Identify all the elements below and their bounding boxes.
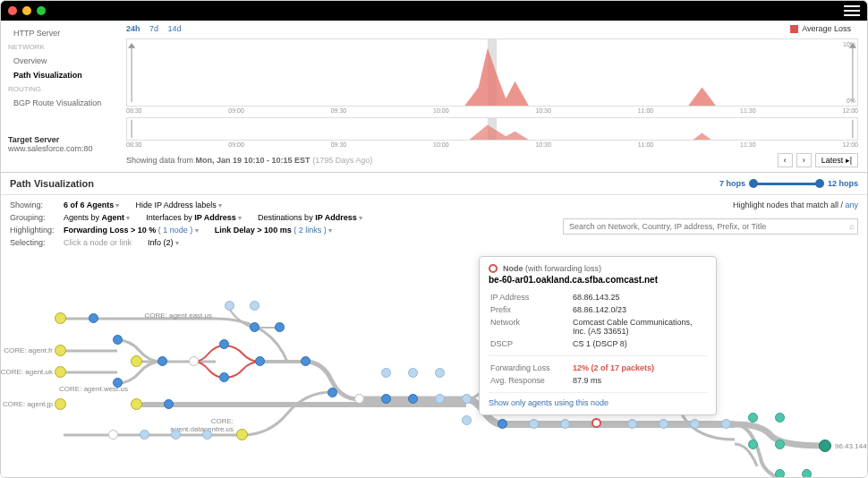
show-only-link[interactable]: Show only agents using this node — [489, 398, 707, 407]
hop-node[interactable] — [171, 430, 181, 440]
interfaces-by-dropdown[interactable]: Interfaces by IP Address — [146, 213, 242, 222]
search-input[interactable] — [563, 218, 858, 235]
close-icon[interactable] — [8, 6, 17, 15]
loss-chart[interactable]: 10% 0% — [126, 38, 858, 107]
hop-node[interactable] — [748, 440, 758, 449]
hop-node[interactable] — [775, 469, 785, 478]
tooltip-prefix: 68.86.142.0/23 — [573, 304, 705, 315]
latest-button[interactable]: Latest ▸| — [815, 153, 858, 167]
agent-node[interactable] — [131, 398, 142, 410]
hop-node[interactable] — [250, 322, 260, 332]
hop-node[interactable] — [219, 339, 229, 349]
hop-node[interactable] — [113, 378, 123, 388]
info-dropdown[interactable]: Info (2) — [148, 238, 179, 247]
hops-slider[interactable]: 7 hops 12 hops — [719, 179, 858, 188]
hop-node[interactable] — [659, 419, 668, 429]
dest-label: 96.43.144.26 — [835, 442, 868, 450]
hop-node[interactable] — [354, 394, 364, 404]
hop-node[interactable] — [225, 301, 234, 311]
showing-dropdown[interactable]: 6 of 6 Agents — [64, 201, 119, 209]
sidebar-item-path-viz[interactable]: Path Visualization — [8, 68, 110, 82]
hop-node[interactable] — [255, 356, 265, 366]
node-tooltip: Node (with forwarding loss) be-60-ar01.o… — [479, 256, 717, 415]
hop-node[interactable] — [721, 419, 731, 429]
tooltip-node-name: be-60-ar01.oakland.ca.sfba.comcast.net — [489, 275, 707, 285]
hop-node[interactable] — [202, 430, 212, 440]
hop-node[interactable] — [113, 335, 123, 345]
agent-label — [0, 314, 53, 322]
sidebar-item-overview[interactable]: Overview — [8, 54, 110, 68]
time-tabs: 24h 7d 14d — [126, 24, 858, 33]
hops-min: 7 hops — [719, 179, 745, 188]
hop-node[interactable] — [89, 313, 98, 323]
hop-node[interactable] — [435, 368, 445, 378]
hop-node[interactable] — [627, 419, 637, 429]
tab-14d[interactable]: 14d — [168, 24, 182, 33]
destinations-by-dropdown[interactable]: Destinations by IP Address — [258, 213, 362, 222]
maximize-icon[interactable] — [37, 6, 46, 15]
fwd-loss-filter[interactable]: Forwarding Loss > 10 % ( 1 node ) — [64, 226, 199, 235]
tab-7d[interactable]: 7d — [149, 24, 158, 33]
hop-node[interactable] — [498, 419, 507, 429]
hop-node[interactable] — [219, 372, 229, 382]
sidebar-item-bgp[interactable]: BGP Route Visualization — [8, 96, 110, 110]
hop-node[interactable] — [529, 419, 539, 429]
sidebar-section-network: NETWORK — [8, 40, 110, 54]
agent-node[interactable] — [55, 398, 66, 410]
agent-node[interactable] — [55, 312, 66, 324]
tab-24h[interactable]: 24h — [126, 24, 140, 33]
search-icon[interactable]: ⌕ — [849, 221, 855, 231]
hop-node[interactable] — [408, 368, 418, 378]
hop-node[interactable] — [108, 430, 118, 440]
hop-node[interactable] — [164, 399, 174, 409]
grouping-label: Grouping: — [10, 213, 64, 222]
agent-node[interactable] — [55, 366, 66, 378]
match-mode: Highlight nodes that match all / any — [733, 201, 858, 209]
window-controls — [8, 6, 46, 15]
hop-node[interactable] — [189, 356, 199, 366]
hop-node[interactable] — [690, 419, 700, 429]
hop-node[interactable] — [250, 301, 260, 311]
sidebar: HTTP Server NETWORK Overview Path Visual… — [1, 21, 117, 172]
hop-node[interactable] — [381, 394, 391, 404]
pv-title: Path Visualization — [10, 178, 94, 189]
minimize-icon[interactable] — [22, 6, 31, 15]
hop-node[interactable] — [328, 388, 337, 397]
hop-node[interactable] — [748, 413, 758, 423]
hop-node[interactable] — [140, 430, 149, 440]
agent-node[interactable] — [55, 345, 66, 356]
hamburger-icon[interactable] — [844, 5, 860, 16]
agent-node[interactable] — [131, 355, 142, 367]
hop-node[interactable] — [381, 368, 391, 378]
link-delay-filter[interactable]: Link Delay > 100 ms ( 2 links ) — [215, 226, 332, 235]
y-axis-top: 10% — [843, 41, 855, 47]
selecting-label: Selecting: — [10, 238, 64, 247]
showing-data-label: Showing data from Mon, Jan 19 10:10 - 10… — [126, 156, 372, 165]
hop-node[interactable] — [462, 415, 472, 425]
match-any-link[interactable]: any — [845, 201, 858, 209]
hop-node[interactable] — [802, 469, 812, 478]
y-axis-bot: 0% — [847, 98, 855, 104]
hide-labels-dropdown[interactable]: Hide IP Address labels — [135, 201, 222, 209]
path-graph[interactable]: CORE: agent.east.us CORE: agent.fr CORE:… — [1, 256, 867, 478]
hop-node[interactable] — [275, 322, 285, 332]
hop-node[interactable] — [560, 419, 570, 429]
sidebar-item-http[interactable]: HTTP Server — [8, 26, 110, 40]
next-button[interactable]: › — [796, 153, 812, 167]
tooltip-dscp: CS 1 (DSCP 8) — [573, 338, 705, 349]
hop-node[interactable] — [408, 394, 418, 404]
destination-node[interactable] — [819, 440, 831, 452]
hop-node[interactable] — [775, 440, 785, 449]
highlighting-label: Highlighting: — [10, 226, 64, 235]
agents-by-dropdown[interactable]: Agents by Agent — [64, 213, 130, 222]
hop-node[interactable] — [301, 356, 311, 366]
agent-node[interactable] — [236, 429, 248, 440]
error-node[interactable] — [591, 418, 601, 428]
hop-node[interactable] — [157, 356, 167, 366]
hop-node[interactable] — [435, 394, 445, 404]
hop-node[interactable] — [775, 413, 785, 423]
prev-button[interactable]: ‹ — [778, 153, 793, 167]
hop-node[interactable] — [462, 394, 472, 404]
hops-max: 12 hops — [828, 179, 858, 188]
overview-chart[interactable] — [126, 117, 858, 141]
